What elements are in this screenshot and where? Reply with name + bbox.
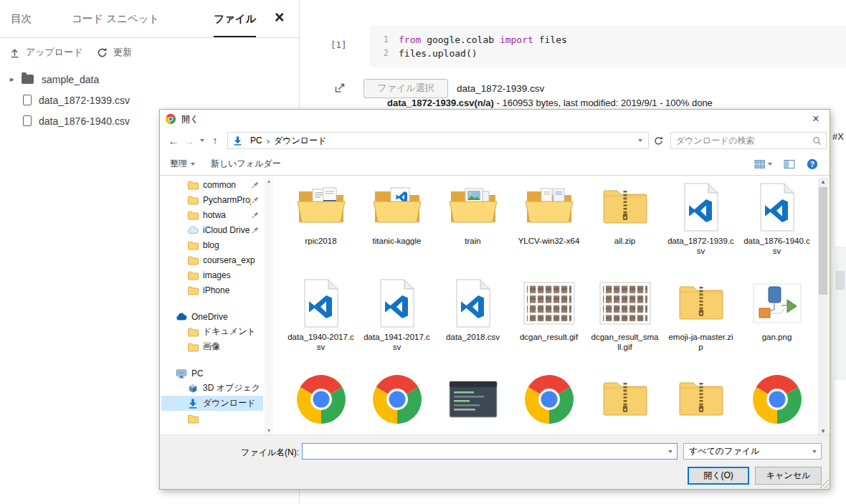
sidebar-item[interactable]: PycharmProje bbox=[161, 192, 263, 207]
sidebar-item[interactable]: 画像 bbox=[161, 339, 263, 354]
close-panel-icon[interactable]: × bbox=[275, 8, 284, 27]
sidebar-item[interactable]: ダウンロード bbox=[161, 396, 263, 411]
notebook-scrollbar[interactable] bbox=[835, 247, 846, 380]
icloud-icon bbox=[187, 224, 199, 236]
file-grid-item[interactable]: data_1876-1940.csv bbox=[739, 179, 814, 273]
file-grid-item[interactable]: all.zip bbox=[587, 179, 662, 273]
file-name-label: data_2018.csv bbox=[435, 332, 510, 342]
sidebar-item-label: common bbox=[203, 180, 236, 190]
dialog-close-icon[interactable]: × bbox=[802, 113, 830, 125]
zip-icon bbox=[598, 180, 652, 234]
folder-files-icon bbox=[522, 180, 576, 234]
search-box[interactable]: ダウンロードの検索 bbox=[670, 132, 827, 149]
filename-input[interactable] bbox=[303, 444, 668, 459]
sidebar-item[interactable]: images bbox=[161, 267, 263, 282]
scrollbar-thumb[interactable] bbox=[819, 187, 827, 295]
scroll-down-icon[interactable]: ▾ bbox=[265, 427, 273, 434]
vsfile-icon bbox=[446, 276, 500, 331]
line-number: 1 bbox=[370, 33, 389, 47]
grid-scrollbar[interactable]: ▴ ▾ bbox=[818, 177, 828, 435]
pc-icon bbox=[176, 368, 187, 379]
filetype-select[interactable]: すべてのファイル bbox=[683, 443, 822, 460]
sidebar-item[interactable]: OneDrive bbox=[161, 309, 263, 324]
folder-icon bbox=[187, 179, 199, 191]
filename-combobox[interactable] bbox=[302, 443, 678, 460]
address-dropdown-icon[interactable] bbox=[638, 139, 642, 142]
vsfile-icon bbox=[370, 276, 424, 331]
sidebar-item[interactable]: blog bbox=[161, 237, 263, 252]
file-grid-item[interactable]: train bbox=[435, 179, 510, 273]
history-dropdown-icon[interactable] bbox=[200, 139, 204, 142]
tab-files[interactable]: ファイル bbox=[214, 0, 256, 37]
code-editor[interactable]: 1from google.colab import files 2files.u… bbox=[370, 26, 846, 67]
views-button[interactable] bbox=[754, 158, 772, 170]
tab-code-snippets[interactable]: コード スニペット bbox=[72, 0, 159, 37]
file-grid-item[interactable] bbox=[511, 371, 586, 437]
sidebar-item[interactable]: iCloud Drive bbox=[161, 222, 263, 237]
open-button[interactable]: 開く(O) bbox=[688, 467, 749, 485]
refresh-button[interactable]: 更新 bbox=[96, 37, 132, 67]
sidebar-scrollbar[interactable]: ▴ ▾ bbox=[265, 177, 273, 435]
up-button[interactable]: ↑ bbox=[207, 135, 223, 146]
sidebar-item[interactable]: hotwa bbox=[161, 207, 263, 222]
sidebar-item[interactable]: common bbox=[161, 177, 263, 192]
file-name-label: dcgan_result.gif bbox=[511, 332, 586, 342]
breadcrumb-downloads[interactable]: ダウンロード bbox=[271, 135, 329, 147]
sidebar-item-label: PycharmProje bbox=[203, 195, 251, 205]
file-name-label: dcgan_result_small.gif bbox=[587, 332, 662, 352]
file-grid-item[interactable]: data_1941-2017.csv bbox=[359, 275, 434, 369]
forward-button[interactable]: → bbox=[181, 135, 197, 147]
upload-button[interactable]: アップロード bbox=[9, 37, 83, 67]
sidebar-item[interactable]: coursera_exp bbox=[161, 252, 263, 267]
file-name-label: data_1941-2017.csv bbox=[359, 332, 434, 352]
file-grid-item[interactable]: emoji-ja-master.zip bbox=[663, 275, 738, 369]
breadcrumb-pc[interactable]: PC bbox=[247, 135, 265, 146]
back-button[interactable]: ← bbox=[166, 135, 181, 147]
sidebar-item[interactable]: 3D オブジェクト bbox=[161, 381, 263, 396]
view-controls: ? bbox=[754, 158, 818, 170]
tree-item-csv-1[interactable]: data_1872-1939.csv bbox=[0, 90, 299, 110]
file-grid-item[interactable] bbox=[739, 371, 814, 437]
chevron-right-icon[interactable]: ▸ bbox=[10, 75, 22, 84]
organize-button[interactable]: 整理 bbox=[164, 156, 201, 173]
file-grid-item[interactable]: data_2018.csv bbox=[435, 275, 510, 369]
downloads-folder-icon bbox=[232, 135, 243, 146]
sidebar-item[interactable]: PC bbox=[161, 366, 263, 381]
views-dropdown-icon bbox=[768, 163, 772, 166]
choose-file-button[interactable]: ファイル選択 bbox=[363, 79, 448, 98]
scroll-down-icon[interactable]: ▾ bbox=[818, 427, 828, 434]
dialog-title-bar[interactable]: 開く × bbox=[160, 110, 830, 128]
vsfile-icon bbox=[294, 276, 348, 331]
refresh-address-icon[interactable] bbox=[650, 132, 666, 149]
file-grid-item[interactable] bbox=[359, 371, 434, 437]
file-grid-item[interactable]: dcgan_result_small.gif bbox=[587, 275, 662, 369]
tab-table-of-contents[interactable]: 目次 bbox=[11, 0, 32, 37]
sidebar-item[interactable]: iPhone bbox=[161, 282, 263, 298]
cancel-button[interactable]: キャンセル bbox=[755, 467, 822, 485]
file-grid-item[interactable]: YLCV-win32-x64 bbox=[511, 179, 586, 273]
files-action-bar: アップロード 更新 bbox=[0, 37, 299, 67]
file-grid-item[interactable]: gan.png bbox=[739, 275, 814, 369]
sidebar-item-label: coursera_exp bbox=[203, 255, 255, 265]
scroll-up-icon[interactable]: ▴ bbox=[818, 178, 828, 185]
dialog-footer: ファイル名(N): すべてのファイル 開く(O) キャンセル bbox=[160, 434, 830, 489]
file-grid-item[interactable]: data_1872-1939.csv bbox=[663, 179, 738, 273]
new-folder-button[interactable]: 新しいフォルダー bbox=[205, 156, 287, 173]
filename-dropdown-icon[interactable] bbox=[668, 450, 672, 453]
file-grid-item[interactable] bbox=[587, 371, 662, 437]
help-button[interactable]: ? bbox=[807, 158, 818, 170]
preview-pane-button[interactable] bbox=[784, 158, 795, 170]
sidebar-item[interactable] bbox=[161, 411, 263, 426]
file-grid-item[interactable]: dcgan_result.gif bbox=[511, 275, 586, 369]
address-bar[interactable]: PC › ダウンロード bbox=[227, 132, 649, 149]
file-grid-item[interactable] bbox=[435, 371, 510, 437]
file-grid-item[interactable]: titanic-kaggle bbox=[359, 179, 434, 273]
folder-icon bbox=[187, 326, 199, 338]
tree-item-sample-data[interactable]: ▸ sample_data bbox=[0, 69, 299, 90]
file-grid-item[interactable] bbox=[663, 371, 738, 437]
scroll-up-icon[interactable]: ▴ bbox=[265, 178, 273, 185]
file-grid-item[interactable] bbox=[283, 371, 358, 437]
file-grid-item[interactable]: rpic2018 bbox=[283, 179, 358, 273]
file-grid-item[interactable]: data_1940-2017.csv bbox=[283, 275, 358, 369]
sidebar-item[interactable]: ドキュメント bbox=[161, 324, 263, 339]
